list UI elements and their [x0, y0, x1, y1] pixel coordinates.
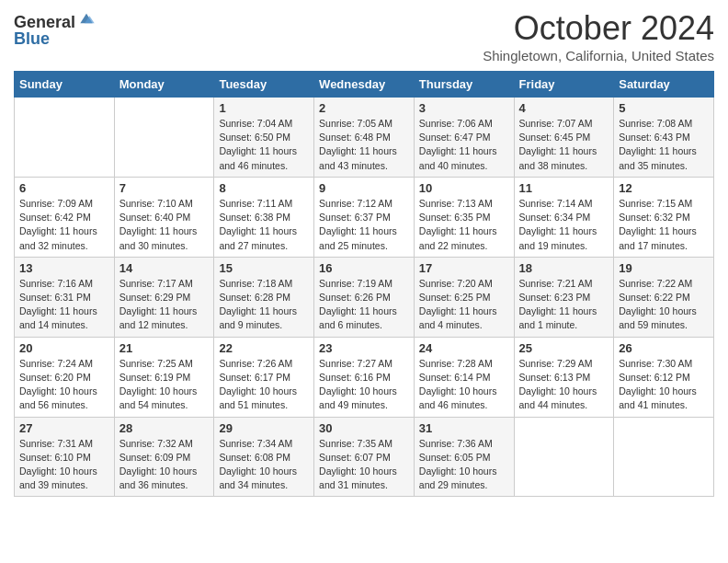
day-number: 18: [519, 261, 609, 275]
day-info: Sunrise: 7:20 AM Sunset: 6:25 PM Dayligh…: [419, 277, 509, 333]
day-number: 11: [519, 181, 609, 195]
day-info: Sunrise: 7:09 AM Sunset: 6:42 PM Dayligh…: [19, 197, 109, 253]
day-info: Sunrise: 7:13 AM Sunset: 6:35 PM Dayligh…: [419, 197, 509, 253]
day-number: 29: [219, 421, 309, 435]
day-cell: 19Sunrise: 7:22 AM Sunset: 6:22 PM Dayli…: [614, 257, 714, 337]
day-cell: [15, 98, 115, 178]
day-cell: 11Sunrise: 7:14 AM Sunset: 6:34 PM Dayli…: [514, 177, 614, 257]
month-title: October 2024: [483, 9, 714, 48]
day-info: Sunrise: 7:04 AM Sunset: 6:50 PM Dayligh…: [219, 117, 309, 173]
day-cell: 24Sunrise: 7:28 AM Sunset: 6:14 PM Dayli…: [414, 337, 514, 417]
day-cell: 2Sunrise: 7:05 AM Sunset: 6:48 PM Daylig…: [314, 98, 415, 178]
day-info: Sunrise: 7:11 AM Sunset: 6:38 PM Dayligh…: [219, 197, 309, 253]
day-number: 28: [119, 421, 210, 435]
day-number: 6: [19, 181, 109, 195]
day-cell: [614, 417, 714, 497]
day-number: 13: [19, 261, 109, 275]
title-area: October 2024 Shingletown, California, Un…: [483, 9, 714, 63]
day-number: 5: [619, 101, 709, 115]
header-row: SundayMondayTuesdayWednesdayThursdayFrid…: [15, 72, 714, 98]
day-cell: 4Sunrise: 7:07 AM Sunset: 6:45 PM Daylig…: [514, 98, 614, 178]
day-cell: 7Sunrise: 7:10 AM Sunset: 6:40 PM Daylig…: [114, 177, 214, 257]
day-number: 23: [319, 341, 409, 355]
day-cell: [114, 98, 214, 178]
day-info: Sunrise: 7:19 AM Sunset: 6:26 PM Dayligh…: [319, 277, 409, 333]
day-info: Sunrise: 7:14 AM Sunset: 6:34 PM Dayligh…: [519, 197, 609, 253]
col-header-wednesday: Wednesday: [314, 72, 415, 98]
day-cell: 18Sunrise: 7:21 AM Sunset: 6:23 PM Dayli…: [514, 257, 614, 337]
day-cell: 1Sunrise: 7:04 AM Sunset: 6:50 PM Daylig…: [214, 98, 314, 178]
day-cell: 25Sunrise: 7:29 AM Sunset: 6:13 PM Dayli…: [514, 337, 614, 417]
day-cell: 31Sunrise: 7:36 AM Sunset: 6:05 PM Dayli…: [414, 417, 514, 497]
day-info: Sunrise: 7:08 AM Sunset: 6:43 PM Dayligh…: [619, 117, 709, 173]
day-info: Sunrise: 7:12 AM Sunset: 6:37 PM Dayligh…: [319, 197, 409, 253]
day-info: Sunrise: 7:34 AM Sunset: 6:08 PM Dayligh…: [219, 437, 309, 493]
day-cell: 29Sunrise: 7:34 AM Sunset: 6:08 PM Dayli…: [214, 417, 314, 497]
day-info: Sunrise: 7:32 AM Sunset: 6:09 PM Dayligh…: [119, 437, 210, 493]
day-number: 1: [219, 101, 309, 115]
day-number: 19: [619, 261, 709, 275]
day-number: 30: [319, 421, 409, 435]
day-number: 22: [219, 341, 309, 355]
day-number: 15: [219, 261, 309, 275]
day-number: 3: [419, 101, 509, 115]
day-number: 31: [419, 421, 509, 435]
day-cell: 21Sunrise: 7:25 AM Sunset: 6:19 PM Dayli…: [114, 337, 214, 417]
week-row-1: 1Sunrise: 7:04 AM Sunset: 6:50 PM Daylig…: [15, 98, 714, 178]
day-cell: 28Sunrise: 7:32 AM Sunset: 6:09 PM Dayli…: [114, 417, 214, 497]
col-header-sunday: Sunday: [15, 72, 115, 98]
day-cell: 15Sunrise: 7:18 AM Sunset: 6:28 PM Dayli…: [214, 257, 314, 337]
day-number: 4: [519, 101, 609, 115]
day-info: Sunrise: 7:28 AM Sunset: 6:14 PM Dayligh…: [419, 357, 509, 413]
page-header: General Blue October 2024 Shingletown, C…: [14, 9, 714, 63]
col-header-tuesday: Tuesday: [214, 72, 314, 98]
day-number: 12: [619, 181, 709, 195]
day-cell: 10Sunrise: 7:13 AM Sunset: 6:35 PM Dayli…: [414, 177, 514, 257]
col-header-saturday: Saturday: [614, 72, 714, 98]
day-number: 8: [219, 181, 309, 195]
day-info: Sunrise: 7:22 AM Sunset: 6:22 PM Dayligh…: [619, 277, 709, 333]
logo-text: General Blue: [14, 14, 96, 47]
day-info: Sunrise: 7:31 AM Sunset: 6:10 PM Dayligh…: [19, 437, 109, 493]
week-row-5: 27Sunrise: 7:31 AM Sunset: 6:10 PM Dayli…: [15, 417, 714, 497]
day-cell: 14Sunrise: 7:17 AM Sunset: 6:29 PM Dayli…: [114, 257, 214, 337]
day-cell: 13Sunrise: 7:16 AM Sunset: 6:31 PM Dayli…: [15, 257, 115, 337]
day-cell: [514, 417, 614, 497]
day-cell: 22Sunrise: 7:26 AM Sunset: 6:17 PM Dayli…: [214, 337, 314, 417]
day-info: Sunrise: 7:10 AM Sunset: 6:40 PM Dayligh…: [119, 197, 210, 253]
week-row-4: 20Sunrise: 7:24 AM Sunset: 6:20 PM Dayli…: [15, 337, 714, 417]
col-header-thursday: Thursday: [414, 72, 514, 98]
day-number: 21: [119, 341, 210, 355]
day-cell: 30Sunrise: 7:35 AM Sunset: 6:07 PM Dayli…: [314, 417, 415, 497]
day-number: 14: [119, 261, 210, 275]
day-cell: 6Sunrise: 7:09 AM Sunset: 6:42 PM Daylig…: [15, 177, 115, 257]
day-number: 7: [119, 181, 210, 195]
day-cell: 26Sunrise: 7:30 AM Sunset: 6:12 PM Dayli…: [614, 337, 714, 417]
day-info: Sunrise: 7:16 AM Sunset: 6:31 PM Dayligh…: [19, 277, 109, 333]
day-cell: 12Sunrise: 7:15 AM Sunset: 6:32 PM Dayli…: [614, 177, 714, 257]
day-info: Sunrise: 7:35 AM Sunset: 6:07 PM Dayligh…: [319, 437, 409, 493]
day-number: 10: [419, 181, 509, 195]
day-cell: 17Sunrise: 7:20 AM Sunset: 6:25 PM Dayli…: [414, 257, 514, 337]
day-info: Sunrise: 7:17 AM Sunset: 6:29 PM Dayligh…: [119, 277, 210, 333]
logo-general: General: [14, 14, 75, 30]
day-number: 24: [419, 341, 509, 355]
day-cell: 27Sunrise: 7:31 AM Sunset: 6:10 PM Dayli…: [15, 417, 115, 497]
day-cell: 3Sunrise: 7:06 AM Sunset: 6:47 PM Daylig…: [414, 98, 514, 178]
day-info: Sunrise: 7:15 AM Sunset: 6:32 PM Dayligh…: [619, 197, 709, 253]
day-cell: 5Sunrise: 7:08 AM Sunset: 6:43 PM Daylig…: [614, 98, 714, 178]
day-info: Sunrise: 7:05 AM Sunset: 6:48 PM Dayligh…: [319, 117, 409, 173]
week-row-3: 13Sunrise: 7:16 AM Sunset: 6:31 PM Dayli…: [15, 257, 714, 337]
day-info: Sunrise: 7:06 AM Sunset: 6:47 PM Dayligh…: [419, 117, 509, 173]
day-info: Sunrise: 7:24 AM Sunset: 6:20 PM Dayligh…: [19, 357, 109, 413]
day-number: 26: [619, 341, 709, 355]
day-info: Sunrise: 7:29 AM Sunset: 6:13 PM Dayligh…: [519, 357, 609, 413]
day-cell: 16Sunrise: 7:19 AM Sunset: 6:26 PM Dayli…: [314, 257, 415, 337]
day-number: 16: [319, 261, 409, 275]
logo: General Blue: [14, 14, 96, 47]
day-cell: 9Sunrise: 7:12 AM Sunset: 6:37 PM Daylig…: [314, 177, 415, 257]
day-info: Sunrise: 7:27 AM Sunset: 6:16 PM Dayligh…: [319, 357, 409, 413]
day-number: 20: [19, 341, 109, 355]
calendar-table: SundayMondayTuesdayWednesdayThursdayFrid…: [14, 71, 714, 497]
logo-icon: [77, 9, 96, 28]
